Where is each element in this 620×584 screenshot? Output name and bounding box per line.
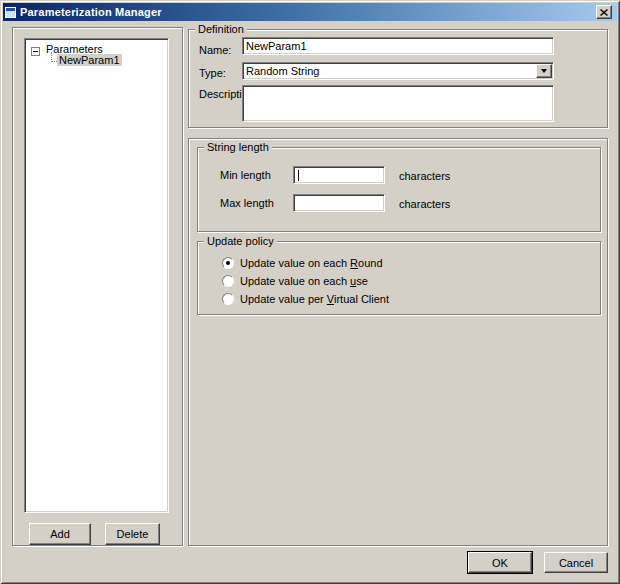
app-icon — [5, 7, 16, 18]
radio-label-mnemonic: V — [327, 293, 334, 305]
radio-unselected-icon[interactable] — [222, 275, 234, 287]
definition-legend: Definition — [195, 23, 247, 35]
radio-label: Update value per Virtual Client — [240, 293, 389, 305]
ok-button[interactable]: OK — [468, 552, 532, 573]
tree-item-label-selected[interactable]: NewParam1 — [57, 54, 122, 66]
max-length-unit: characters — [399, 198, 450, 210]
close-button[interactable] — [596, 5, 612, 19]
radio-label-pre: Update value per — [240, 293, 327, 305]
min-length-unit: characters — [399, 170, 450, 182]
tree-collapse-icon[interactable] — [31, 47, 40, 56]
radio-label-post: ound — [358, 257, 382, 269]
window-title: Parameterization Manager — [20, 6, 162, 18]
type-label: Type: — [199, 67, 226, 79]
radio-label: Update value on each use — [240, 275, 368, 287]
radio-update-per-virtual-client[interactable]: Update value per Virtual Client — [222, 291, 389, 307]
update-policy-legend: Update policy — [204, 235, 277, 247]
min-length-input[interactable] — [293, 166, 385, 184]
add-button[interactable]: Add — [29, 523, 91, 545]
radio-label-post: irtual Client — [334, 293, 389, 305]
definition-group: Definition Name: Type: Random String Des… — [188, 29, 608, 128]
name-input[interactable] — [242, 37, 554, 55]
radio-selected-icon[interactable] — [222, 257, 234, 269]
type-dropdown-value: Random String — [243, 65, 536, 77]
tree-item-newparam1[interactable]: NewParam1 — [57, 54, 122, 66]
cancel-button[interactable]: Cancel — [544, 552, 608, 573]
delete-button-label: Delete — [117, 528, 149, 540]
type-dropdown[interactable]: Random String — [242, 62, 554, 80]
radio-label-mnemonic: R — [350, 257, 358, 269]
titlebar[interactable]: Parameterization Manager — [3, 3, 617, 21]
cancel-button-label: Cancel — [559, 557, 593, 569]
string-length-legend: String length — [204, 141, 272, 153]
min-length-label: Min length — [220, 169, 271, 181]
type-dropdown-button[interactable] — [536, 64, 552, 78]
radio-unselected-icon[interactable] — [222, 293, 234, 305]
ok-button-label: OK — [492, 557, 508, 569]
text-caret — [298, 170, 299, 181]
string-length-group: String length Min length characters Max … — [197, 147, 601, 232]
radio-label-pre: Update value on each — [240, 257, 350, 269]
add-button-label: Add — [50, 528, 70, 540]
description-input[interactable] — [242, 85, 554, 122]
radio-label-post: se — [356, 275, 368, 287]
radio-update-on-each-round[interactable]: Update value on each Round — [222, 255, 383, 271]
close-icon — [600, 9, 608, 16]
delete-button[interactable]: Delete — [105, 523, 160, 545]
update-policy-group: Update policy Update value on each Round… — [197, 241, 601, 315]
max-length-label: Max length — [220, 197, 274, 209]
parameterization-manager-dialog: Parameterization Manager Parameters NewP… — [0, 0, 620, 584]
radio-label: Update value on each Round — [240, 257, 383, 269]
radio-update-on-each-use[interactable]: Update value on each use — [222, 273, 368, 289]
chevron-down-icon — [541, 69, 547, 73]
max-length-input[interactable] — [293, 194, 385, 212]
settings-panel: String length Min length characters Max … — [188, 138, 608, 546]
name-label: Name: — [199, 44, 231, 56]
parameters-tree[interactable]: Parameters NewParam1 — [24, 38, 169, 513]
radio-label-pre: Update value on each — [240, 275, 350, 287]
